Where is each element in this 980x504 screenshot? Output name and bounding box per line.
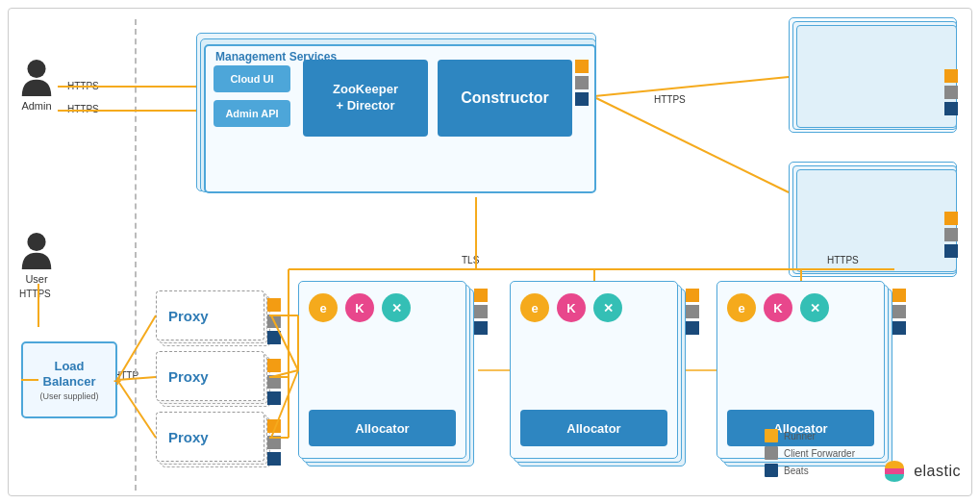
es-admin-cf-block (944, 86, 958, 99)
https-user-label: HTTPS (19, 289, 51, 299)
cloud-ui-button[interactable]: Cloud UI (214, 65, 290, 92)
alloc-2-color-blocks (686, 289, 699, 335)
runner-legend-label: Runner (784, 431, 816, 441)
es-log-beats-block (944, 244, 958, 258)
cf-legend-label: Client Forwarder (784, 448, 855, 459)
legend-runner: Runner (765, 429, 855, 442)
alloc-3-color-blocks (892, 289, 906, 335)
allocator-1-label: Allocator (355, 421, 409, 436)
https-admin-1-label: HTTPS (67, 81, 99, 91)
svg-point-1 (27, 233, 45, 251)
proxy-1-color-blocks (267, 298, 281, 344)
admin-icon (19, 58, 54, 96)
es-admin-color-blocks (944, 69, 958, 115)
kibana-icon-1: K (345, 293, 374, 322)
constructor-box: Constructor (438, 60, 572, 137)
legend: Runner Client Forwarder Beats (765, 429, 855, 477)
user-label: User (25, 273, 47, 285)
kibana-icon-3: K (764, 293, 792, 322)
es-icon-1: e (309, 293, 338, 322)
constructor-label: Constructor (461, 89, 549, 107)
es-admin-stack2: ES AdminCluster Allocator (796, 25, 957, 128)
kibana-icon-2: K (557, 293, 586, 322)
runner-legend-box (765, 429, 778, 442)
runner-block-constructor (575, 60, 589, 73)
apm-icon-1: ✕ (382, 293, 411, 322)
lb-plus-sign: + (113, 373, 121, 389)
proxy-2-label: Proxy (168, 368, 209, 385)
legend-beats: Beats (765, 464, 855, 477)
dashed-separator (135, 19, 137, 491)
https-alloc-right-label: HTTPS (827, 255, 859, 265)
svg-point-0 (27, 60, 45, 78)
beats-legend-box (765, 464, 778, 477)
admin-figure: Admin (19, 58, 54, 112)
user-figure: User (19, 231, 54, 285)
es-icon-3: e (727, 293, 756, 322)
constructor-color-blocks (575, 60, 589, 106)
diagram: Admin User HTTPS HTTPS HTTPS HTTP Manage… (0, 0, 980, 504)
zookeeper-director-box: ZooKeeper+ Director (303, 60, 428, 137)
cf-legend-box (765, 446, 778, 460)
alloc-1-color-blocks (474, 289, 488, 335)
allocator-2-label: Allocator (566, 421, 620, 436)
elastic-icon-svg (881, 458, 908, 485)
es-log-stack2: ES LoggingCluster Allocator (796, 169, 957, 272)
load-balancer-title: LoadBalancer (43, 359, 96, 389)
https-admin-2-label: HTTPS (67, 104, 99, 114)
proxy-3-color-blocks (267, 419, 281, 466)
apm-icon-2: ✕ (593, 293, 622, 322)
https-right-label: HTTPS (654, 94, 686, 105)
load-balancer-box: LoadBalancer (User supplied) (21, 341, 117, 418)
user-icon (19, 231, 54, 269)
legend-client-forwarder: Client Forwarder (765, 446, 855, 460)
es-log-runner-block (944, 212, 958, 225)
elastic-logo: elastic (881, 458, 961, 485)
es-admin-runner-block (944, 69, 958, 83)
load-balancer-subtitle: (User supplied) (39, 391, 98, 401)
proxy-2-color-blocks (267, 359, 281, 405)
admin-label: Admin (21, 100, 51, 112)
client-forwarder-block-constructor (575, 76, 589, 89)
es-icon-2: e (520, 293, 549, 322)
es-log-cf-block (944, 228, 958, 241)
beats-legend-label: Beats (784, 466, 809, 476)
tls-label: TLS (462, 255, 479, 265)
admin-api-button[interactable]: Admin API (214, 100, 290, 127)
proxy-3-label: Proxy (168, 429, 209, 445)
svg-rect-4 (885, 468, 904, 474)
es-admin-beats-block (944, 102, 958, 115)
zookeeper-director-label: ZooKeeper+ Director (333, 82, 398, 114)
elastic-text: elastic (914, 463, 961, 480)
es-log-color-blocks (944, 212, 958, 258)
proxy-1-label: Proxy (168, 308, 209, 324)
beats-block-constructor (575, 92, 589, 106)
apm-icon-3: ✕ (800, 293, 829, 322)
